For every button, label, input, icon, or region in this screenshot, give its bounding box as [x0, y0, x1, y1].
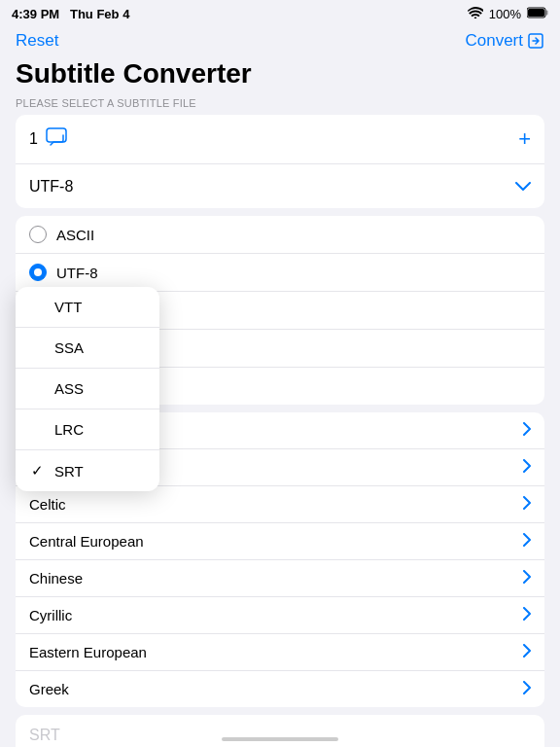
- group-name-cyrillic: Cyrillic: [29, 607, 72, 623]
- encoding-name-utf8: UTF-8: [56, 265, 98, 281]
- file-row-left: 1: [29, 127, 67, 152]
- format-label-lrc: LRC: [54, 421, 144, 438]
- reset-button[interactable]: Reset: [16, 31, 58, 51]
- file-number: 1: [29, 130, 38, 148]
- format-item-lrc[interactable]: LRC: [16, 409, 159, 450]
- section-header: PLEASE SELECT A SUBTITLE FILE: [0, 93, 560, 115]
- status-right: 100%: [468, 7, 548, 21]
- format-item-vtt[interactable]: VTT: [16, 287, 159, 328]
- radio-utf8: [29, 264, 47, 281]
- group-row-cyrillic[interactable]: Cyrillic: [16, 597, 544, 634]
- group-name-celtic: Celtic: [29, 496, 66, 513]
- encoding-row[interactable]: UTF-8: [16, 164, 544, 208]
- group-name-greek: Greek: [29, 681, 69, 697]
- group-row-central-european[interactable]: Central European: [16, 523, 544, 560]
- format-label-ssa: SSA: [54, 339, 144, 356]
- chevron-right-central-european: [523, 533, 531, 550]
- format-popup: VTTSSAASSLRC✓SRT: [16, 287, 159, 491]
- file-icon: [46, 127, 67, 152]
- group-row-chinese[interactable]: Chinese: [16, 560, 544, 597]
- home-indicator: [222, 737, 338, 741]
- group-name-chinese: Chinese: [29, 570, 83, 587]
- format-label-vtt: VTT: [54, 299, 144, 315]
- page-title: Subtitle Converter: [0, 58, 560, 93]
- chevron-right-baltic: [523, 459, 531, 476]
- output-row: SRT: [16, 715, 544, 747]
- battery-icon: [527, 7, 548, 21]
- main-card: 1 + UTF-8: [16, 115, 544, 208]
- svg-rect-2: [528, 9, 544, 17]
- encoding-chevron-down: [515, 176, 531, 196]
- convert-icon: [527, 32, 544, 50]
- chevron-right-cyrillic: [523, 607, 531, 623]
- encoding-name-ascii: ASCII: [56, 227, 94, 243]
- chevron-right-eastern-european: [523, 644, 531, 660]
- file-row[interactable]: 1 +: [16, 115, 544, 164]
- time-label: 4:39 PM: [12, 7, 59, 21]
- encoding-label: UTF-8: [29, 178, 73, 196]
- group-row-celtic[interactable]: Celtic: [16, 486, 544, 523]
- chevron-right-arabic: [523, 422, 531, 439]
- group-row-eastern-european[interactable]: Eastern European: [16, 634, 544, 671]
- wifi-icon: [468, 7, 483, 21]
- convert-label: Convert: [465, 31, 523, 51]
- encoding-option-ascii[interactable]: ASCII: [16, 216, 544, 254]
- nav-bar: Reset Convert: [0, 27, 560, 58]
- file-add-button[interactable]: +: [518, 126, 531, 152]
- format-item-ass[interactable]: ASS: [16, 369, 159, 409]
- format-label-ass: ASS: [54, 380, 144, 397]
- date-label: Thu Feb 4: [70, 7, 129, 21]
- group-name-central-european: Central European: [29, 533, 144, 550]
- format-label-srt: SRT: [54, 463, 144, 480]
- group-row-greek[interactable]: Greek: [16, 671, 544, 707]
- svg-rect-1: [546, 10, 548, 15]
- chevron-right-chinese: [523, 570, 531, 587]
- format-check-srt: ✓: [31, 462, 47, 480]
- format-item-ssa[interactable]: SSA: [16, 328, 159, 369]
- output-label: SRT: [29, 727, 60, 743]
- battery-level: 100%: [489, 7, 521, 21]
- status-bar: 4:39 PM Thu Feb 4 100%: [0, 0, 560, 27]
- radio-ascii: [29, 226, 47, 243]
- chevron-right-greek: [523, 681, 531, 697]
- group-name-eastern-european: Eastern European: [29, 644, 147, 660]
- chevron-right-celtic: [523, 496, 531, 513]
- status-time: 4:39 PM Thu Feb 4: [12, 7, 129, 21]
- convert-button[interactable]: Convert: [465, 31, 544, 51]
- format-item-srt[interactable]: ✓SRT: [16, 450, 159, 491]
